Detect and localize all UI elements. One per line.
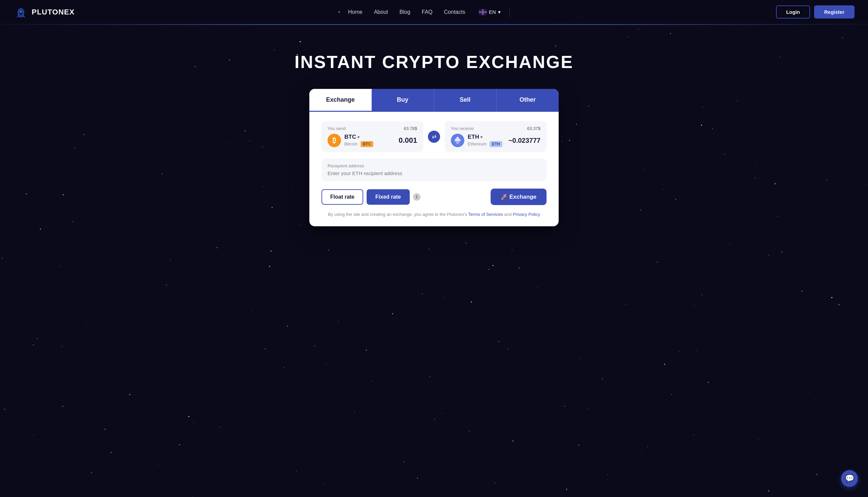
brand-name: PLUTONEX	[32, 8, 74, 16]
eth-icon	[451, 134, 464, 147]
send-box: You send 63.78$ ₿ BTC ▾	[321, 121, 423, 152]
receive-chevron-icon: ▾	[481, 135, 483, 139]
card-body: You send 63.78$ ₿ BTC ▾	[309, 112, 559, 226]
send-label: You send	[328, 126, 346, 131]
tab-sell[interactable]: Sell	[434, 89, 496, 112]
receive-coin-badge: ETH	[490, 141, 502, 147]
receive-ticker[interactable]: ETH ▾	[468, 134, 502, 140]
send-label-row: You send 63.78$	[328, 126, 417, 131]
nav-faq[interactable]: FAQ	[417, 6, 437, 18]
nav-divider	[509, 7, 510, 17]
language-label: EN	[489, 9, 496, 15]
btc-icon: ₿	[328, 134, 341, 147]
chat-button[interactable]: 💬	[841, 470, 858, 487]
float-rate-button[interactable]: Float rate	[321, 189, 363, 205]
send-coin-left: ₿ BTC ▾ Bitcoin BTC	[328, 134, 373, 147]
receive-amount: ~0.023777	[508, 137, 540, 144]
logo-icon	[13, 4, 28, 20]
send-ticker[interactable]: BTC ▾	[344, 134, 373, 140]
receive-usd: 63.37$	[527, 126, 540, 131]
main-content: INSTANT CRYPTO EXCHANGE Exchange Buy Sel…	[0, 25, 868, 226]
receive-coin-names: ETH ▾ Ethereum ETH	[468, 134, 502, 147]
swap-button[interactable]: ⇄	[428, 131, 440, 143]
terms-and: and	[505, 212, 513, 217]
chevron-down-icon: ▾	[498, 9, 501, 15]
receive-label-row: You receive 63.37$	[451, 126, 540, 131]
exchange-button[interactable]: 🚀 Exchange	[491, 188, 547, 205]
svg-marker-3	[454, 137, 461, 142]
exchange-row: You send 63.78$ ₿ BTC ▾	[321, 121, 547, 152]
language-selector[interactable]: EN ▾	[475, 7, 505, 17]
svg-point-2	[20, 11, 22, 13]
login-button[interactable]: Login	[776, 5, 810, 18]
send-chevron-icon: ▾	[358, 135, 360, 139]
receive-label: You receive	[451, 126, 473, 131]
receive-coin-left: ETH ▾ Ethereum ETH	[451, 134, 502, 147]
fixed-rate-button[interactable]: Fixed rate	[367, 189, 410, 205]
hero-title: INSTANT CRYPTO EXCHANGE	[294, 52, 574, 72]
terms-link[interactable]: Terms of Services	[468, 212, 503, 217]
send-amount[interactable]: 0.001	[399, 136, 417, 145]
tab-exchange[interactable]: Exchange	[309, 89, 372, 112]
logo[interactable]: PLUTONEX	[13, 4, 74, 20]
flag-icon	[479, 9, 487, 15]
nav-links: Home About Blog FAQ Contacts EN ▾	[338, 6, 512, 18]
send-coin-badge: BTC	[360, 141, 374, 147]
nav-home[interactable]: Home	[343, 6, 367, 18]
receive-coin-name: Ethereum ETH	[468, 141, 502, 147]
send-coin-name: Bitcoin BTC	[344, 141, 373, 147]
exchange-card: Exchange Buy Sell Other You send 63.78$ …	[309, 89, 559, 226]
recipient-address-box: Recepient address	[321, 159, 547, 181]
send-coin-names: BTC ▾ Bitcoin BTC	[344, 134, 373, 147]
receive-box: You receive 63.37$	[445, 121, 547, 152]
nav-separator	[0, 24, 868, 25]
info-icon[interactable]: i	[413, 193, 421, 201]
nav-blog[interactable]: Blog	[395, 6, 415, 18]
recipient-input[interactable]	[328, 170, 540, 176]
nav-contacts[interactable]: Contacts	[439, 6, 470, 18]
recipient-label: Recepient address	[328, 163, 540, 168]
navbar: PLUTONEX Home About Blog FAQ Contacts EN…	[0, 0, 868, 24]
auth-buttons: Login Register	[776, 5, 855, 18]
receive-selector: ETH ▾ Ethereum ETH ~0.023777	[451, 134, 540, 147]
exchange-tabs: Exchange Buy Sell Other	[309, 89, 559, 112]
send-usd: 63.78$	[404, 126, 417, 131]
rate-row: Float rate Fixed rate i 🚀 Exchange	[321, 188, 547, 205]
nav-about[interactable]: About	[369, 6, 393, 18]
send-selector: ₿ BTC ▾ Bitcoin BTC	[328, 134, 417, 147]
nav-dot	[338, 11, 340, 13]
register-button[interactable]: Register	[814, 5, 855, 18]
tab-other[interactable]: Other	[496, 89, 559, 112]
terms-row: By using the site and creating an exchan…	[321, 211, 547, 217]
privacy-link[interactable]: Privacy Policy	[513, 212, 540, 217]
terms-text: By using the site and creating an exchan…	[328, 212, 467, 217]
tab-buy[interactable]: Buy	[372, 89, 434, 112]
